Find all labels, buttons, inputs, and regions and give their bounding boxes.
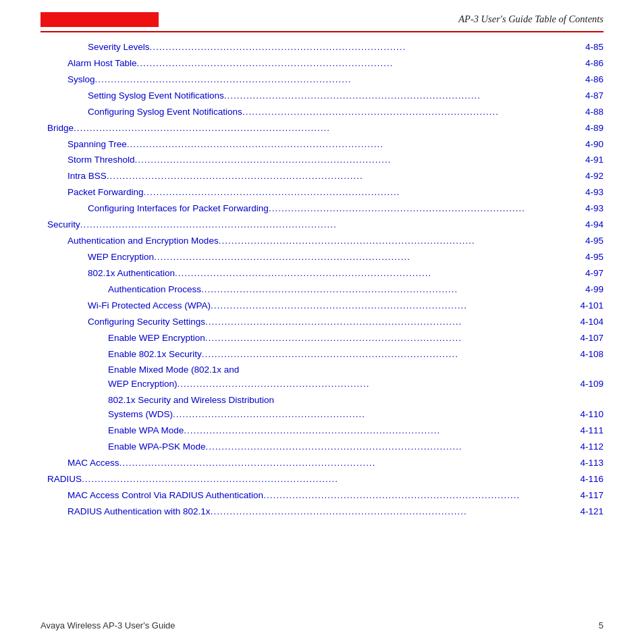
toc-entry-radius-8021x[interactable]: RADIUS Authentication with 802.1x ......…: [47, 505, 603, 519]
footer-page-number: 5: [599, 620, 603, 630]
toc-dots-storm-threshold: ........................................…: [135, 153, 584, 167]
header-red-bar: [41, 12, 159, 27]
toc-page-bridge: 4-89: [584, 122, 603, 136]
toc-entry-storm-threshold[interactable]: Storm Threshold ........................…: [47, 153, 603, 167]
toc-dots-syslog: ........................................…: [95, 73, 584, 87]
toc-dots-alarm-host-table: ........................................…: [137, 57, 584, 71]
toc-label-auth-process: Authentication Process: [108, 283, 201, 297]
toc-entry-configuring-syslog[interactable]: Configuring Syslog Event Notifications .…: [47, 105, 603, 119]
toc-dots-8021x-auth: ........................................…: [175, 267, 584, 281]
toc-page-severity-levels: 4-85: [584, 41, 603, 55]
toc-label-mac-access-radius: MAC Access Control Via RADIUS Authentica…: [68, 489, 263, 503]
toc-label-setting-syslog: Setting Syslog Event Notifications: [88, 89, 224, 103]
toc-label-radius: RADIUS: [47, 473, 82, 487]
toc-entry-severity-levels[interactable]: Severity Levels ........................…: [47, 41, 603, 55]
toc-dots-config-security: ........................................…: [205, 315, 579, 329]
toc-page-enable-wpa: 4-111: [579, 424, 603, 438]
toc-entry-enable-wpa-psk[interactable]: Enable WPA-PSK Mode ....................…: [47, 440, 603, 454]
toc-entry-enable-mixed-mode[interactable]: Enable Mixed Mode (802.1x andWEP Encrypt…: [47, 363, 603, 392]
toc-entry-syslog[interactable]: Syslog .................................…: [47, 73, 603, 87]
toc-page-security: 4-94: [584, 218, 603, 232]
page-container: AP-3 User's Guide Table of Contents Seve…: [0, 0, 644, 644]
toc-entry-enable-8021x[interactable]: Enable 802.1x Security .................…: [47, 348, 603, 362]
toc-label-auth-encryption: Authentication and Encryption Modes: [68, 234, 219, 248]
toc-page-alarm-host-table: 4-86: [584, 57, 603, 71]
toc-label-bridge: Bridge: [47, 122, 74, 136]
toc-label-severity-levels: Severity Levels: [88, 41, 150, 55]
toc-page-8021x-auth: 4-97: [584, 267, 603, 281]
header: AP-3 User's Guide Table of Contents: [41, 0, 603, 32]
toc-entry-8021x-wds[interactable]: 802.1x Security and Wireless Distributio…: [47, 394, 603, 422]
toc-page-auth-encryption: 4-95: [584, 234, 603, 248]
toc-label-radius-8021x: RADIUS Authentication with 802.1x: [68, 505, 211, 519]
toc-dots-mac-access-radius: ........................................…: [263, 489, 579, 503]
toc-label-storm-threshold: Storm Threshold: [68, 153, 135, 167]
toc-entry-setting-syslog[interactable]: Setting Syslog Event Notifications .....…: [47, 89, 603, 103]
toc-page-enable-wep: 4-107: [579, 331, 603, 346]
toc-label-alarm-host-table: Alarm Host Table: [68, 57, 137, 71]
toc-entry-radius[interactable]: RADIUS .................................…: [47, 473, 603, 487]
toc-label-wep-encryption: WEP Encryption: [88, 250, 154, 265]
toc-dots-intra-bss: ........................................…: [107, 169, 584, 184]
header-title: AP-3 User's Guide Table of Contents: [458, 14, 603, 25]
toc-label-enable-wpa: Enable WPA Mode: [108, 424, 184, 438]
toc-page-intra-bss: 4-92: [584, 169, 603, 184]
toc-dots-radius: ........................................…: [82, 473, 579, 487]
toc-page-storm-threshold: 4-91: [584, 153, 603, 167]
toc-label-spanning-tree: Spanning Tree: [68, 138, 127, 152]
footer-left-text: Avaya Wireless AP-3 User's Guide: [41, 620, 175, 630]
toc-dots-configuring-syslog: ........................................…: [242, 105, 584, 119]
toc-label-enable-wep: Enable WEP Encryption: [108, 331, 205, 346]
toc-entry-wep-encryption[interactable]: WEP Encryption .........................…: [47, 250, 603, 265]
toc-entry-enable-wep[interactable]: Enable WEP Encryption ..................…: [47, 331, 603, 346]
toc-page-spanning-tree: 4-90: [584, 138, 603, 152]
toc-label-config-security: Configuring Security Settings: [88, 315, 205, 329]
toc-entry-8021x-auth[interactable]: 802.1x Authentication ..................…: [47, 267, 603, 281]
toc-page-mac-access: 4-113: [579, 456, 603, 471]
toc-page-syslog: 4-86: [584, 73, 603, 87]
toc-dots-auth-process: ........................................…: [201, 283, 584, 297]
toc-entry-alarm-host-table[interactable]: Alarm Host Table .......................…: [47, 57, 603, 71]
toc-dots-spanning-tree: ........................................…: [127, 138, 584, 152]
toc-page-radius-8021x: 4-121: [579, 505, 603, 519]
toc-dots-auth-encryption: ........................................…: [219, 234, 584, 248]
toc-dots-config-interfaces: ........................................…: [269, 202, 584, 216]
toc-dots-radius-8021x: ........................................…: [211, 505, 579, 519]
toc-label-enable-8021x: Enable 802.1x Security: [108, 348, 202, 362]
toc-dots-enable-wep: ........................................…: [205, 331, 579, 346]
toc-entry-spanning-tree[interactable]: Spanning Tree ..........................…: [47, 138, 603, 152]
toc-dots-enable-wpa: ........................................…: [184, 424, 579, 438]
toc-page-enable-8021x: 4-108: [579, 348, 603, 362]
toc-entry-wpa[interactable]: Wi-Fi Protected Access (WPA) ...........…: [47, 299, 603, 313]
toc-page-config-interfaces: 4-93: [584, 202, 603, 216]
toc-dots-enable-8021x: ........................................…: [202, 348, 579, 362]
toc-label-enable-wpa-psk: Enable WPA-PSK Mode: [108, 440, 206, 454]
toc-entry-packet-forwarding[interactable]: Packet Forwarding ......................…: [47, 186, 603, 200]
toc-page-enable-wpa-psk: 4-112: [579, 440, 603, 454]
toc-dots-packet-forwarding: ........................................…: [144, 186, 584, 200]
toc-entry-config-security[interactable]: Configuring Security Settings ..........…: [47, 315, 603, 329]
footer: Avaya Wireless AP-3 User's Guide 5: [41, 620, 603, 630]
toc-entry-intra-bss[interactable]: Intra BSS ..............................…: [47, 169, 603, 184]
toc-page-auth-process: 4-99: [584, 283, 603, 297]
toc-page-radius: 4-116: [579, 473, 603, 487]
toc-entry-auth-encryption[interactable]: Authentication and Encryption Modes ....…: [47, 234, 603, 248]
toc-page-configuring-syslog: 4-88: [584, 105, 603, 119]
toc-label-config-interfaces: Configuring Interfaces for Packet Forwar…: [88, 202, 269, 216]
toc-page-wpa: 4-101: [579, 299, 603, 313]
toc-entry-mac-access-radius[interactable]: MAC Access Control Via RADIUS Authentica…: [47, 489, 603, 503]
toc-dots-bridge: ........................................…: [74, 122, 584, 136]
toc-label-security: Security: [47, 218, 80, 232]
toc-page-setting-syslog: 4-87: [584, 89, 603, 103]
toc-content: Severity Levels ........................…: [41, 41, 603, 519]
toc-entry-config-interfaces[interactable]: Configuring Interfaces for Packet Forwar…: [47, 202, 603, 216]
toc-dots-wep-encryption: ........................................…: [154, 250, 584, 265]
toc-dots-mac-access: ........................................…: [119, 456, 579, 471]
toc-entry-security[interactable]: Security ...............................…: [47, 218, 603, 232]
toc-entry-mac-access[interactable]: MAC Access .............................…: [47, 456, 603, 471]
toc-entry-bridge[interactable]: Bridge .................................…: [47, 122, 603, 136]
toc-entry-enable-wpa[interactable]: Enable WPA Mode ........................…: [47, 424, 603, 438]
toc-entry-auth-process[interactable]: Authentication Process .................…: [47, 283, 603, 297]
toc-dots-severity-levels: ........................................…: [150, 41, 584, 55]
toc-label-mac-access: MAC Access: [68, 456, 119, 471]
